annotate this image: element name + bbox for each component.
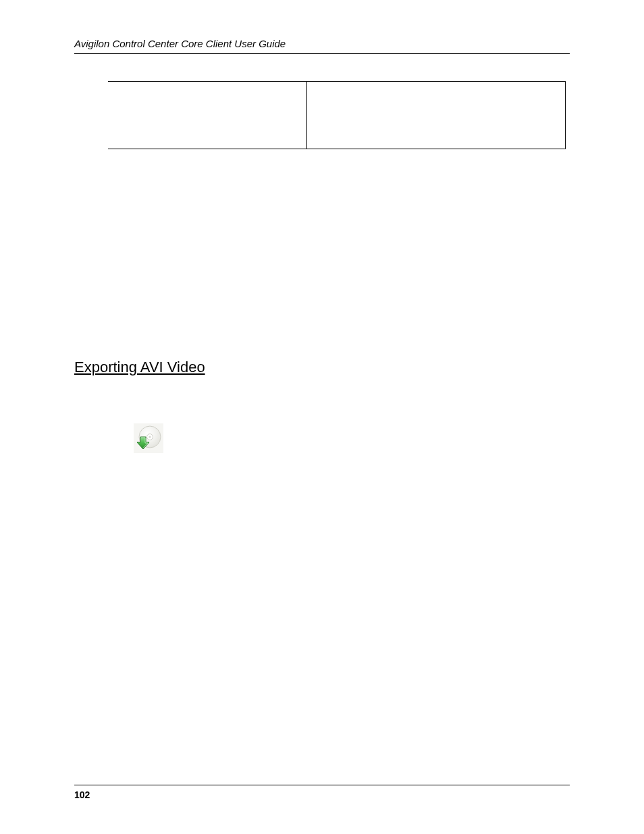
export-icon [134,423,570,453]
table-cell-left [108,82,307,149]
table-cell-right [307,82,566,149]
running-header: Avigilon Control Center Core Client User… [74,38,570,54]
options-table-fragment [108,81,566,149]
table-row [108,82,566,149]
page: Avigilon Control Center Core Client User… [0,0,644,834]
section-heading-exporting-avi-video: Exporting AVI Video [74,359,570,376]
step-icon-row [134,423,570,453]
svg-point-3 [149,436,151,438]
page-footer: 102 [74,785,570,800]
page-number: 102 [74,789,90,800]
